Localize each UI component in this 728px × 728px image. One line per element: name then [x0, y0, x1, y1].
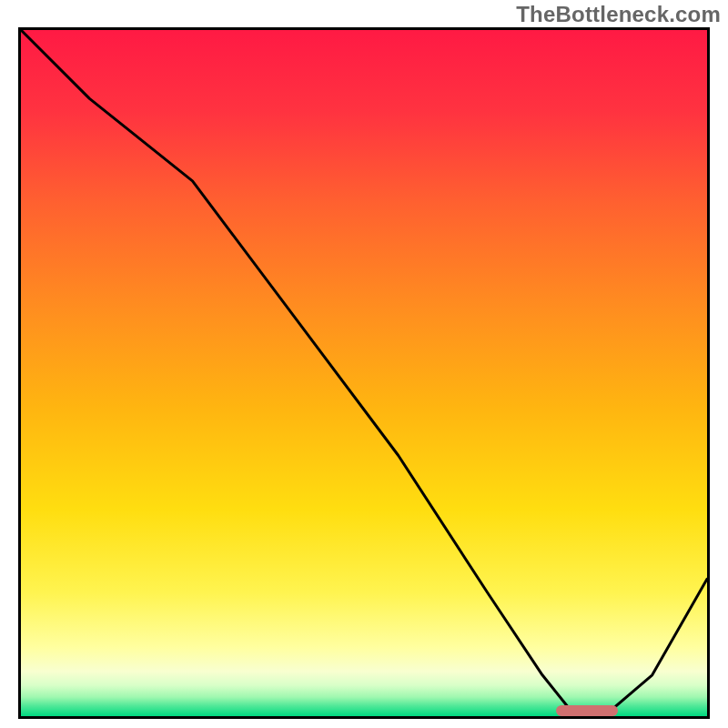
bottleneck-curve [21, 30, 707, 716]
chart-container: TheBottleneck.com [0, 0, 728, 728]
optimal-range-marker [556, 705, 618, 716]
plot-area [18, 27, 710, 719]
watermark-text: TheBottleneck.com [516, 2, 721, 27]
